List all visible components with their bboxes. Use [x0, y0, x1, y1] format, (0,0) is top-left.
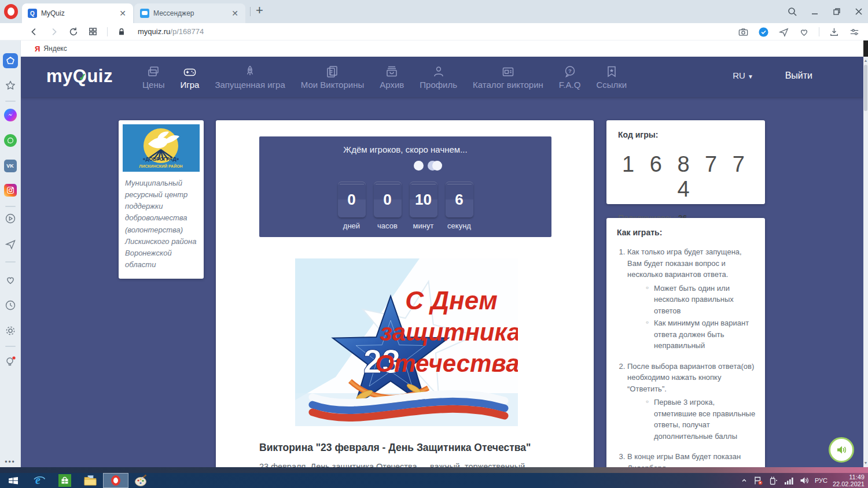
close-window-icon[interactable]	[854, 7, 863, 16]
avatar	[414, 161, 424, 171]
yandex-icon: Я	[35, 45, 40, 53]
share-plane-icon[interactable]	[778, 27, 789, 38]
scroll-down-icon[interactable]: ▼	[863, 460, 868, 466]
taskbar-store[interactable]	[52, 473, 78, 488]
hidden-icons-caret[interactable]	[741, 477, 748, 484]
site-nav: myQuiz Цены Игра Запущенная игра Мои Вик…	[21, 57, 863, 97]
list-item: В конце игры Вам будет показан Лидерборд…	[627, 451, 756, 467]
svg-text:e: e	[35, 474, 41, 486]
emblem-subtitle: ЛИСКИНСКИЙ РАЙОН	[139, 164, 182, 168]
taskbar-paint[interactable]	[128, 473, 154, 488]
scrollbar-thumb[interactable]	[864, 65, 867, 111]
how-to-play-title: Как играть:	[617, 228, 756, 237]
send-plane-icon[interactable]	[5, 238, 16, 250]
tune-icon[interactable]	[849, 27, 860, 38]
bookmark-star-icon	[605, 65, 619, 79]
sound-toggle-button[interactable]	[829, 437, 854, 463]
history-clock-icon[interactable]	[5, 300, 16, 311]
holiday-poster: 23 С Днем защитника Отечества!	[295, 258, 518, 426]
desktop-wallpaper-strip	[0, 467, 868, 473]
how-to-play-card: Как играть: Как только игра будет запуще…	[606, 218, 765, 467]
close-tab-icon[interactable]: ✕	[118, 9, 127, 18]
organizer-description: Муниципальный ресурсный центр поддержки …	[119, 172, 204, 279]
chevron-down-icon: ▼	[748, 73, 753, 80]
snapshot-camera-icon[interactable]	[738, 27, 749, 38]
easy-setup-bulb-icon[interactable]	[4, 355, 17, 368]
speed-dial-home-icon[interactable]	[3, 53, 18, 68]
volume-icon[interactable]	[799, 476, 810, 485]
heart-icon[interactable]	[5, 274, 16, 286]
gamepad-icon	[182, 65, 197, 79]
bookmarks-star-icon[interactable]	[5, 80, 16, 91]
sidebar-divider	[5, 101, 16, 102]
nav-item-game[interactable]: Игра	[181, 65, 200, 90]
language-selector[interactable]: RU ▼	[733, 71, 753, 80]
network-icon[interactable]	[784, 476, 794, 485]
search-icon[interactable]	[787, 6, 797, 17]
back-icon[interactable]	[29, 27, 39, 37]
scroll-up-icon[interactable]: ▲	[863, 58, 868, 64]
url-field[interactable]: myquiz.ru/p/168774	[138, 27, 204, 36]
more-dots-icon[interactable]: •••	[5, 458, 16, 466]
input-language[interactable]: РУС	[815, 477, 827, 484]
myquiz-logo[interactable]: myQuiz	[46, 66, 113, 87]
tab-messenger[interactable]: Мессенджер ✕	[134, 3, 245, 23]
sidebar-divider	[5, 206, 16, 207]
windows-logo-icon	[7, 474, 20, 487]
tab-myquiz[interactable]: Q MyQuiz ✕	[22, 3, 133, 23]
taskbar-opera-active[interactable]	[103, 473, 128, 488]
list-item: После выбора вариантов ответа(ов) необхо…	[627, 361, 756, 442]
organizer-card: «ДОБРОГРАД» ЛИСКИНСКИЙ РАЙОН Муниципальн…	[119, 120, 204, 279]
folder-icon	[83, 474, 97, 487]
toolbar-divider	[107, 27, 108, 36]
sidebar-divider	[5, 346, 16, 347]
power-icon[interactable]	[768, 476, 779, 485]
opera-logo[interactable]	[4, 4, 18, 19]
nav-item-faq[interactable]: ? F.A.Q	[559, 65, 581, 90]
countdown-minutes: 10 минут	[410, 182, 437, 230]
player-icon[interactable]	[5, 213, 16, 224]
action-center-flag-icon[interactable]	[753, 475, 763, 486]
messenger-icon[interactable]	[4, 109, 17, 121]
svg-text:?: ?	[568, 68, 572, 74]
new-tab-button[interactable]: +	[256, 3, 263, 18]
settings-gear-icon[interactable]	[5, 325, 16, 337]
bookmark-yandex[interactable]: Я Яндекс	[35, 45, 67, 53]
lock-icon[interactable]	[117, 27, 126, 36]
instagram-icon[interactable]	[4, 184, 17, 197]
tab-title: MyQuiz	[41, 9, 118, 17]
taskbar-file-explorer[interactable]	[78, 473, 103, 488]
quiz-title: Викторина "23 февраля - День Защитника О…	[259, 442, 557, 454]
logout-button[interactable]: Выйти	[785, 71, 812, 81]
nav-item-my-quizzes[interactable]: Мои Викторины	[301, 65, 365, 90]
minimize-icon[interactable]	[810, 7, 819, 16]
nav-item-quiz-catalog[interactable]: Каталог викторин	[473, 65, 543, 90]
shield-check-icon[interactable]	[758, 27, 769, 38]
page-scrollbar[interactable]: ▲ ▼	[863, 57, 868, 467]
nav-item-running-game[interactable]: Запущенная игра	[215, 65, 285, 90]
reload-icon[interactable]	[68, 27, 79, 37]
taskbar-clock[interactable]: 11:49 22.02.2021	[833, 474, 865, 487]
sidebar-divider	[5, 261, 16, 263]
nav-item-archive[interactable]: Архив	[380, 65, 404, 90]
nav-item-prices[interactable]: Цены	[142, 65, 165, 90]
download-icon[interactable]	[829, 27, 840, 38]
forward-icon[interactable]	[49, 27, 59, 37]
myquiz-favicon: Q	[28, 9, 37, 18]
close-tab-icon[interactable]: ✕	[230, 9, 240, 18]
how-to-play-list: Как только игра будет запущена, Вам буде…	[617, 246, 756, 467]
nav-item-links[interactable]: Ссылки	[596, 65, 627, 90]
heart-icon[interactable]	[799, 27, 810, 38]
taskbar-internet-explorer[interactable]: e	[27, 473, 52, 488]
catalog-icon	[501, 65, 515, 79]
speed-dial-grid-icon[interactable]	[88, 27, 98, 36]
start-button[interactable]	[0, 473, 27, 488]
bookmarks-bar: Я Яндекс	[21, 40, 863, 57]
windows-taskbar: e РУС 11:49 22.02.2021	[0, 473, 868, 488]
quiz-description: 23 февраля, День защитника Отечества — в…	[259, 460, 557, 467]
nav-item-profile[interactable]: Профиль	[420, 65, 457, 90]
vk-icon[interactable]: VK	[4, 160, 17, 172]
whatsapp-icon[interactable]	[4, 134, 17, 147]
tab-title: Мессенджер	[153, 9, 230, 17]
restore-icon[interactable]	[832, 7, 841, 16]
